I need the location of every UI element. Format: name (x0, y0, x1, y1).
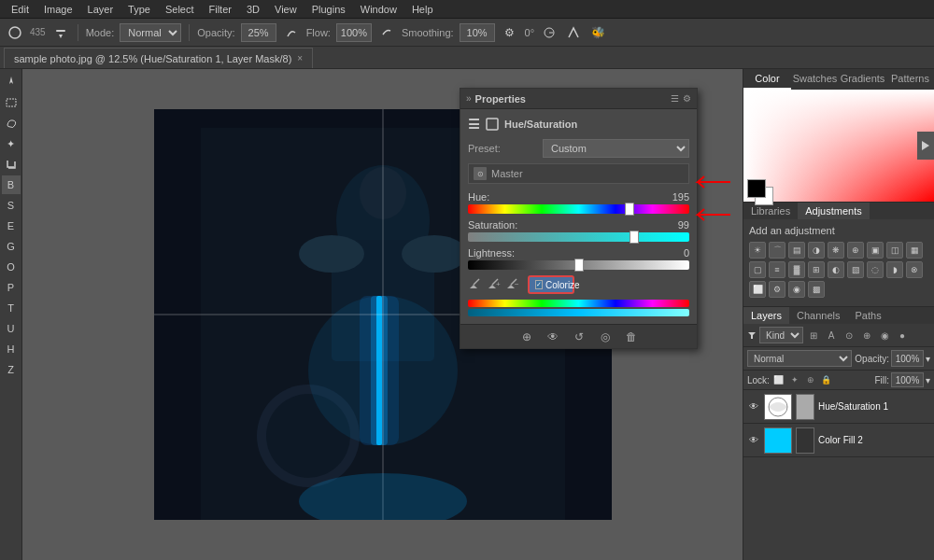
saturation-track[interactable] (468, 232, 689, 242)
lightness-thumb[interactable] (574, 259, 584, 272)
fill-dropdown-icon[interactable]: ▾ (926, 375, 930, 385)
text-tool[interactable]: T (2, 299, 21, 317)
color2-adj-icon[interactable]: ⬜ (749, 281, 766, 298)
layer-kind-select[interactable]: Kind (759, 327, 803, 343)
clone-tool[interactable]: S (2, 196, 21, 215)
menu-3d[interactable]: 3D (239, 0, 267, 18)
hue-track[interactable] (468, 204, 689, 214)
menu-select[interactable]: Select (158, 0, 202, 18)
layer-pin-filter-btn[interactable]: ● (895, 328, 910, 343)
shadow-adj-icon[interactable]: ◗ (886, 261, 903, 278)
visibility-btn[interactable]: 👁 (545, 329, 561, 345)
layer-effect-filter-btn[interactable]: ⊙ (842, 328, 856, 343)
opacity-input[interactable] (241, 23, 276, 42)
tab-gradients[interactable]: Gradients (839, 69, 886, 90)
panel-menu-btn[interactable]: ☰ (671, 93, 679, 104)
tab-paths[interactable]: Paths (848, 307, 889, 324)
layer-text-filter-btn[interactable]: A (824, 328, 839, 343)
delete-btn[interactable]: 🗑 (623, 329, 640, 345)
reset-btn[interactable]: ↺ (571, 329, 587, 345)
menu-window[interactable]: Window (353, 0, 404, 18)
minus-eyedropper-icon[interactable]: − (505, 275, 520, 290)
colorbal-adj-icon[interactable]: ⊕ (847, 242, 864, 259)
layer-visibility-eye[interactable]: 👁 (747, 400, 760, 413)
saturation-thumb[interactable] (630, 231, 639, 244)
tab-patterns[interactable]: Patterns (886, 69, 934, 90)
curves-adj-icon[interactable]: ⌒ (769, 242, 785, 259)
levels-adj-icon[interactable]: ▤ (788, 242, 805, 259)
vibrance-adj-icon[interactable]: ❋ (828, 242, 844, 259)
color-picker[interactable] (743, 90, 934, 202)
main-tab[interactable]: sample photo.jpg @ 12.5% (Hue/Saturation… (4, 48, 313, 68)
pressure-icon[interactable] (564, 23, 583, 42)
lightness-track[interactable] (468, 260, 689, 270)
foreground-swatch[interactable] (747, 179, 766, 198)
posterize-adj-icon[interactable]: ≡ (769, 261, 785, 278)
zoom-tool[interactable]: Z (2, 360, 21, 379)
settings-icon[interactable]: ⚙ (501, 23, 519, 42)
lens-adj-icon[interactable]: ◉ (788, 281, 805, 298)
layer-item[interactable]: 👁 Color Fill 2 (743, 424, 934, 457)
tab-adjustments[interactable]: Adjustments (798, 203, 870, 219)
solidcolor-adj-icon[interactable]: ▢ (749, 261, 766, 278)
menu-help[interactable]: Help (404, 0, 441, 18)
layer-item[interactable]: 👁 Hue/Saturation 1 (743, 390, 934, 424)
lock-art-icon[interactable]: ⊕ (804, 373, 817, 386)
selectcolor-adj-icon[interactable]: ⊞ (808, 261, 825, 278)
gradient-tool[interactable]: G (2, 237, 21, 256)
photofilter-adj-icon[interactable]: ◫ (886, 242, 903, 259)
brush-adj-icon[interactable]: ⚙ (769, 281, 785, 298)
tab-channels[interactable]: Channels (789, 307, 847, 324)
menu-plugins[interactable]: Plugins (304, 0, 353, 18)
tab-color[interactable]: Color (743, 69, 791, 90)
eraser-tool[interactable]: E (2, 217, 21, 235)
dodge-tool[interactable]: O (2, 258, 21, 276)
layer-filter-btn[interactable]: ⊞ (806, 328, 821, 343)
hand-tool[interactable]: H (2, 340, 21, 358)
menu-edit[interactable]: Edit (4, 0, 36, 18)
channel-adj-icon[interactable]: ▧ (847, 261, 864, 278)
panel-expand-btn[interactable]: » (466, 93, 472, 104)
opacity-value[interactable] (891, 350, 924, 367)
lock-all-icon[interactable]: 🔒 (820, 373, 833, 386)
preset-select[interactable]: Custom (543, 139, 689, 158)
brush-icon[interactable] (6, 23, 24, 42)
plus-eyedropper-icon[interactable]: + (487, 275, 502, 290)
colorize-checkbox[interactable]: ✓ Colorize (528, 275, 574, 294)
lasso-tool[interactable] (2, 114, 21, 133)
panel-settings-icon[interactable]: ⚙ (683, 93, 691, 104)
mask-adj-icon[interactable]: ▩ (808, 281, 825, 298)
lock-pixels-icon[interactable]: ⬜ (772, 373, 785, 386)
bw-adj-icon[interactable]: ▣ (867, 242, 884, 259)
tab-swatches[interactable]: Swatches (791, 69, 839, 90)
magic-wand-tool[interactable]: ✦ (2, 134, 21, 153)
clip-to-layer-btn[interactable]: ⊕ (518, 329, 535, 345)
tab-layers[interactable]: Layers (743, 307, 789, 324)
layer-mode-filter-btn[interactable]: ⊕ (859, 328, 874, 343)
brush-tool[interactable]: B (2, 175, 21, 194)
threshold-adj-icon[interactable]: ▓ (788, 261, 805, 278)
blend-mode-select[interactable]: Normal (747, 350, 852, 367)
shape-tool[interactable]: U (2, 319, 21, 338)
brush-settings-icon[interactable] (51, 23, 70, 42)
opacity-dropdown-icon[interactable]: ▾ (926, 354, 930, 364)
fill-value[interactable] (891, 372, 924, 387)
smoothing-input[interactable] (460, 23, 495, 42)
layer-visibility-eye[interactable]: 👁 (747, 434, 760, 447)
eye-mask-btn[interactable]: ◎ (597, 329, 614, 345)
crop-tool[interactable] (2, 155, 21, 174)
lock-pos-icon[interactable]: ✦ (788, 373, 801, 386)
huesat-adj-icon[interactable]: ◑ (808, 242, 825, 259)
move-tool[interactable] (2, 73, 21, 91)
tab-close-btn[interactable]: × (297, 53, 303, 63)
mode-select[interactable]: Normal (120, 23, 181, 42)
eyedropper-icon[interactable] (468, 275, 483, 290)
select-rect-tool[interactable] (2, 93, 21, 112)
menu-view[interactable]: View (267, 0, 304, 18)
layer-color-filter-btn[interactable]: ◉ (877, 328, 892, 343)
expand-panel-btn[interactable] (917, 132, 934, 160)
menu-layer[interactable]: Layer (80, 0, 121, 18)
hue-thumb[interactable] (625, 203, 634, 216)
exposure-adj-icon[interactable]: ◌ (867, 261, 884, 278)
invert-adj-icon[interactable]: ◐ (828, 261, 844, 278)
